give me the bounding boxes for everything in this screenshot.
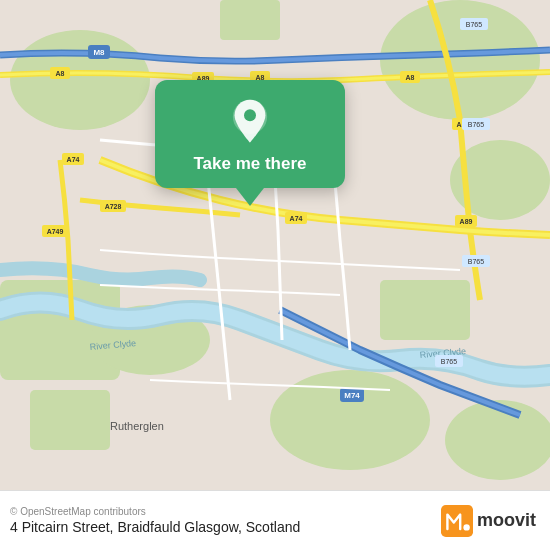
svg-text:A8: A8 <box>56 70 65 77</box>
address-block: © OpenStreetMap contributors 4 Pitcairn … <box>10 506 300 535</box>
svg-text:A74: A74 <box>290 215 303 222</box>
svg-text:A728: A728 <box>105 203 122 210</box>
copyright-text: © OpenStreetMap contributors <box>10 506 300 517</box>
popup-arrow <box>236 188 264 206</box>
popup-label: Take me there <box>193 154 306 174</box>
moovit-logo: moovit <box>441 505 536 537</box>
moovit-icon <box>441 505 473 537</box>
svg-text:B765: B765 <box>468 121 484 128</box>
svg-point-8 <box>445 400 550 480</box>
popup-box[interactable]: Take me there <box>155 80 345 188</box>
bottom-bar: © OpenStreetMap contributors 4 Pitcairn … <box>0 490 550 550</box>
svg-text:Rutherglen: Rutherglen <box>110 420 164 432</box>
location-pin-icon <box>226 98 274 146</box>
svg-text:A749: A749 <box>47 228 64 235</box>
svg-text:A74: A74 <box>67 156 80 163</box>
svg-rect-9 <box>220 0 280 40</box>
moovit-brand-label: moovit <box>477 510 536 531</box>
address-text: 4 Pitcairn Street, Braidfauld Glasgow, S… <box>10 519 300 535</box>
svg-text:A8: A8 <box>406 74 415 81</box>
svg-point-2 <box>380 0 540 120</box>
svg-point-47 <box>244 109 256 121</box>
svg-text:B765: B765 <box>466 21 482 28</box>
svg-rect-48 <box>441 505 473 537</box>
svg-text:B765: B765 <box>441 358 457 365</box>
svg-text:B765: B765 <box>468 258 484 265</box>
svg-text:A89: A89 <box>460 218 473 225</box>
map-popup: Take me there <box>155 80 345 206</box>
svg-point-49 <box>463 524 469 530</box>
svg-rect-10 <box>380 280 470 340</box>
map-container[interactable]: River Clyde River Clyde M8 A8 A8 A8 A89 … <box>0 0 550 490</box>
svg-rect-7 <box>30 390 110 450</box>
svg-text:M8: M8 <box>93 48 105 57</box>
svg-point-1 <box>10 30 150 130</box>
svg-text:M74: M74 <box>344 391 360 400</box>
